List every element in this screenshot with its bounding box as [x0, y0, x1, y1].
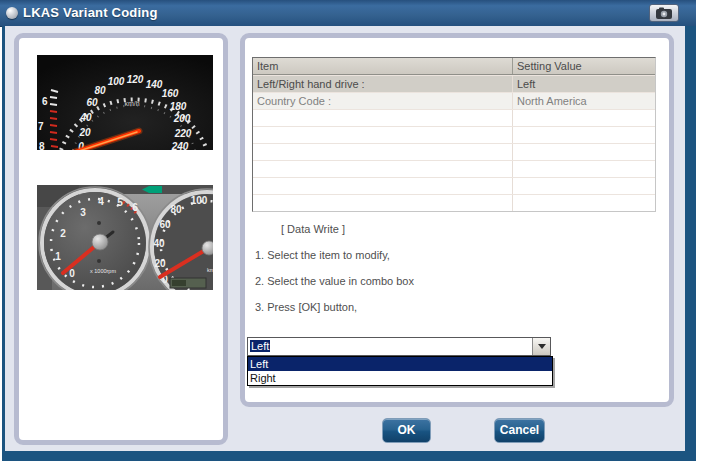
app-icon: [6, 7, 18, 19]
table-row-empty: [253, 109, 655, 126]
speedo-label-240: 240: [171, 141, 189, 150]
instruction-step-2: 2. Select the value in combo box: [255, 275, 414, 287]
value-combobox[interactable]: Left: [247, 337, 551, 356]
dropdown-option-left[interactable]: Left: [248, 357, 552, 371]
column-header-setting-value: Setting Value: [513, 58, 655, 74]
side-label-7: 7: [38, 121, 44, 132]
tacho-label-0: 0: [69, 268, 75, 279]
speedo-label-120: 120: [127, 74, 144, 85]
speedo-label-40: 40: [79, 112, 92, 123]
speedo-label-220: 220: [174, 128, 192, 139]
tacho-label-5: 5: [117, 197, 123, 208]
table-row-empty: [253, 126, 655, 143]
camera-icon: [655, 7, 673, 20]
speedometer-photo: 0 20 40 60 80 100 120 140 160 180 200 22…: [37, 55, 213, 150]
data-write-heading: [ Data Write ]: [281, 223, 345, 235]
speedo-label-100: 100: [108, 76, 125, 87]
speedo-label-160: 160: [162, 88, 179, 99]
tacho-unit-label: x 1000rpm: [90, 268, 116, 274]
speedo-label-60: 60: [86, 97, 98, 108]
cancel-button[interactable]: Cancel: [494, 418, 545, 443]
ok-button[interactable]: OK: [382, 418, 431, 443]
tacho-label-2: 2: [60, 228, 66, 239]
dayspd-label-40: 40: [153, 238, 165, 249]
cell-value: Left: [513, 76, 655, 92]
combobox-dropdown-button[interactable]: [532, 338, 550, 355]
window-border-bottom: [2, 451, 696, 461]
chevron-down-icon: [538, 344, 546, 353]
dialog-body: 0 20 40 60 80 100 120 140 160 180 200 22…: [5, 26, 685, 451]
table-header-row: Item Setting Value: [253, 58, 655, 75]
tacho-label-3: 3: [80, 207, 86, 218]
dayspd-label-60: 60: [159, 219, 171, 230]
right-panel: Item Setting Value Left/Right hand drive…: [240, 33, 674, 407]
dayspd-label-20: 20: [154, 258, 166, 269]
tacho-label-4: 4: [98, 196, 104, 207]
instruction-step-3: 3. Press [OK] button,: [255, 301, 357, 313]
table-row-empty: [253, 177, 655, 194]
speedo-label-180: 180: [170, 101, 187, 112]
tacho-label-6: 6: [132, 202, 138, 213]
titlebar: LKAS Variant Coding: [0, 0, 696, 27]
speedo-unit-label: km/h: [124, 100, 139, 107]
cell-item: Left/Right hand drive :: [253, 76, 513, 92]
cell-value: North America: [513, 93, 655, 109]
dropdown-option-right[interactable]: Right: [248, 371, 552, 385]
window-title: LKAS Variant Coding: [23, 0, 158, 26]
combobox-dropdown-list: Left Right: [247, 356, 553, 386]
table-row-empty: [253, 194, 655, 211]
tacho-hub: [92, 234, 108, 250]
speedo-label-140: 140: [146, 79, 163, 90]
table-row-country-code[interactable]: Country Code : North America: [253, 92, 655, 109]
left-panel: 0 20 40 60 80 100 120 140 160 180 200 22…: [14, 33, 228, 445]
dayspd-label-80: 80: [170, 204, 182, 215]
cell-item: Country Code :: [253, 93, 513, 109]
side-label-8: 8: [39, 141, 45, 150]
table-row-empty: [253, 160, 655, 177]
tachometer-photo: 0 1 2 3 4 5 6 x 1000rpm: [37, 185, 213, 290]
instruction-step-1: 1. Select the item to modify,: [255, 249, 390, 261]
tachometer-gauge: 0 1 2 3 4 5 6 x 1000rpm: [39, 187, 151, 290]
speedo-label-80: 80: [94, 85, 106, 96]
window-border-right: [685, 26, 696, 451]
speedo-label-20: 20: [78, 127, 91, 138]
dayspd-label-100: 100: [191, 195, 208, 206]
combobox-value-field[interactable]: Left: [248, 338, 532, 355]
table-row-hand-drive[interactable]: Left/Right hand drive : Left: [253, 75, 655, 92]
tacho-label-1: 1: [55, 251, 61, 262]
combobox-selected-text: Left: [250, 340, 270, 352]
column-header-item: Item: [253, 58, 513, 74]
table-row-empty: [253, 143, 655, 160]
screenshot-button[interactable]: [649, 4, 679, 22]
lkas-variant-coding-dialog: LKAS Variant Coding: [0, 0, 701, 465]
speedo-label-200: 200: [173, 113, 191, 124]
side-label-6: 6: [42, 96, 48, 107]
dayspd-unit-label: km/h: [207, 267, 213, 273]
settings-table: Item Setting Value Left/Right hand drive…: [252, 57, 656, 212]
